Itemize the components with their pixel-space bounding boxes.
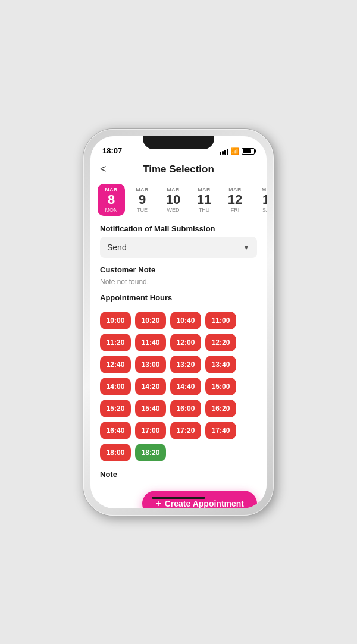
phone-screen: 18:07 📶 < Time Selection (90, 136, 267, 508)
date-num-5: 1 (262, 193, 267, 207)
time-slot-1300[interactable]: 13:00 (135, 356, 166, 373)
time-slot-1740[interactable]: 17:40 (205, 422, 236, 439)
date-item-mar13[interactable]: MA 1 SA (252, 184, 267, 216)
date-day-2: WED (167, 207, 180, 213)
time-slot-1120[interactable]: 11:20 (100, 334, 131, 351)
date-month-2: MAR (167, 187, 179, 193)
customer-note-section: Customer Note Note not found. (90, 260, 267, 288)
plus-icon: + (155, 498, 161, 508)
time-grid: 10:00 10:20 10:40 11:00 11:20 11:40 12:0… (90, 308, 267, 465)
time-slot-1000[interactable]: 10:00 (100, 312, 131, 329)
date-item-mar8[interactable]: MAR 8 MON (98, 184, 125, 216)
time-slot-1020[interactable]: 10:20 (135, 312, 166, 329)
time-slot-1400[interactable]: 14:00 (100, 378, 131, 395)
date-item-mar10[interactable]: MAR 10 WED (159, 184, 187, 216)
date-item-mar11[interactable]: MAR 11 THU (190, 184, 218, 216)
time-slot-1620[interactable]: 16:20 (205, 400, 236, 417)
time-slot-1200[interactable]: 12:00 (170, 334, 201, 351)
time-slot-1640[interactable]: 16:40 (100, 422, 131, 439)
date-num-1: 9 (139, 193, 146, 207)
customer-note-value: Note not found. (100, 278, 257, 286)
date-month-4: MAR (228, 187, 241, 193)
date-strip: MAR 8 MON MAR 9 TUE MAR 10 WED MAR 11 (90, 180, 267, 219)
note-label: Note (100, 470, 257, 479)
dropdown-arrow-icon: ▼ (243, 243, 250, 252)
date-item-mar9[interactable]: MAR 9 TUE (129, 184, 156, 216)
date-item-mar12[interactable]: MAR 12 FRI (221, 184, 249, 216)
date-num-3: 11 (197, 193, 211, 207)
create-appointment-label: Create Appointment (165, 499, 244, 508)
phone-frame: 18:07 📶 < Time Selection (83, 129, 274, 516)
battery-icon (242, 148, 255, 155)
note-section: Note (90, 465, 267, 485)
time-slot-1140[interactable]: 11:40 (135, 334, 166, 351)
time-slot-1320[interactable]: 13:20 (170, 356, 201, 373)
time-slot-1340[interactable]: 13:40 (205, 356, 236, 373)
time-slot-1720[interactable]: 17:20 (170, 422, 201, 439)
date-month-5: MA (262, 187, 267, 193)
date-day-5: SA (262, 207, 267, 213)
time-slot-1700[interactable]: 17:00 (135, 422, 166, 439)
date-day-4: FRI (231, 207, 240, 213)
wifi-icon: 📶 (231, 147, 239, 155)
header: < Time Selection (90, 158, 267, 180)
dropdown-value: Send (107, 243, 127, 252)
page-title: Time Selection (143, 164, 214, 175)
create-appointment-button[interactable]: + Create Appointment (142, 491, 257, 508)
time-slot-1100[interactable]: 11:00 (205, 312, 236, 329)
time-slot-1420[interactable]: 14:20 (135, 378, 166, 395)
status-icons: 📶 (220, 147, 255, 155)
date-day-1: TUE (137, 207, 148, 213)
time-slot-1040[interactable]: 10:40 (170, 312, 201, 329)
time-slot-1800[interactable]: 18:00 (100, 444, 131, 461)
date-num-2: 10 (166, 193, 180, 207)
time-slot-1520[interactable]: 15:20 (100, 400, 131, 417)
date-num-0: 8 (108, 193, 115, 207)
appointment-hours-section: Appointment Hours (90, 288, 267, 308)
status-time: 18:07 (102, 146, 122, 155)
date-day-3: THU (199, 207, 210, 213)
notch (143, 136, 214, 149)
back-button[interactable]: < (100, 163, 107, 175)
date-num-4: 12 (228, 193, 242, 207)
time-slot-1500[interactable]: 15:00 (205, 378, 236, 395)
screen-content: < Time Selection MAR 8 MON MAR 9 TUE MAR… (90, 158, 267, 508)
time-slot-1540[interactable]: 15:40 (135, 400, 166, 417)
appointment-hours-label: Appointment Hours (100, 293, 257, 302)
date-month-3: MAR (198, 187, 210, 193)
time-slot-1220[interactable]: 12:20 (205, 334, 236, 351)
home-indicator (152, 497, 205, 499)
notification-label: Notification of Mail Submission (100, 224, 257, 233)
date-month-1: MAR (136, 187, 148, 193)
date-month-0: MAR (105, 187, 117, 193)
customer-note-label: Customer Note (100, 265, 257, 274)
notification-dropdown[interactable]: Send ▼ (100, 237, 257, 258)
time-slot-1600[interactable]: 16:00 (170, 400, 201, 417)
time-slot-1440[interactable]: 14:40 (170, 378, 201, 395)
date-day-0: MON (105, 207, 118, 213)
signal-icon (220, 148, 228, 155)
time-slot-1820[interactable]: 18:20 (135, 444, 166, 461)
notification-section: Notification of Mail Submission Send ▼ (90, 219, 267, 260)
time-slot-1240[interactable]: 12:40 (100, 356, 131, 373)
